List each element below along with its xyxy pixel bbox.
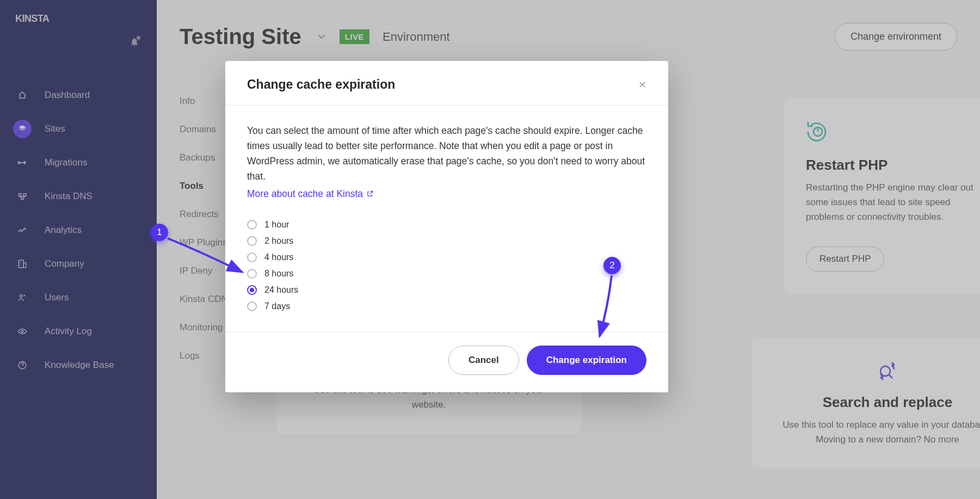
radio-option-8-hours[interactable]: 8 hours bbox=[247, 266, 646, 282]
link-text: More about cache at Kinsta bbox=[247, 186, 363, 201]
annotation-badge-2: 2 bbox=[603, 257, 621, 274]
modal-desc-text: You can select the amount of time after … bbox=[247, 125, 645, 182]
radio-option-4-hours[interactable]: 4 hours bbox=[247, 249, 646, 266]
radio-label: 4 hours bbox=[264, 252, 293, 262]
external-link-icon bbox=[366, 190, 374, 198]
more-about-cache-link[interactable]: More about cache at Kinsta bbox=[247, 186, 374, 201]
expiration-options: 1 hour 2 hours 4 hours 8 hours 24 hours … bbox=[247, 217, 646, 315]
change-expiration-button[interactable]: Change expiration bbox=[527, 346, 646, 375]
radio-label: 8 hours bbox=[264, 269, 293, 279]
radio-icon bbox=[247, 285, 257, 295]
annotation-badge-1: 1 bbox=[151, 224, 168, 241]
annotation-arrow-1 bbox=[163, 233, 250, 282]
modal-header: Change cache expiration ✕ bbox=[225, 61, 668, 106]
radio-icon bbox=[247, 220, 257, 230]
radio-label: 1 hour bbox=[264, 220, 289, 230]
radio-option-1-hour[interactable]: 1 hour bbox=[247, 217, 646, 233]
modal-description: You can select the amount of time after … bbox=[247, 123, 646, 201]
radio-option-7-days[interactable]: 7 days bbox=[247, 298, 646, 315]
modal-title: Change cache expiration bbox=[247, 77, 395, 92]
radio-label: 7 days bbox=[264, 301, 290, 311]
radio-label: 2 hours bbox=[264, 236, 293, 246]
cancel-button[interactable]: Cancel bbox=[448, 346, 519, 375]
annotation-arrow-2 bbox=[593, 272, 626, 343]
radio-option-24-hours[interactable]: 24 hours bbox=[247, 282, 646, 298]
close-icon[interactable]: ✕ bbox=[638, 79, 646, 91]
radio-option-2-hours[interactable]: 2 hours bbox=[247, 233, 646, 249]
radio-icon bbox=[247, 301, 257, 311]
radio-label: 24 hours bbox=[264, 285, 298, 295]
